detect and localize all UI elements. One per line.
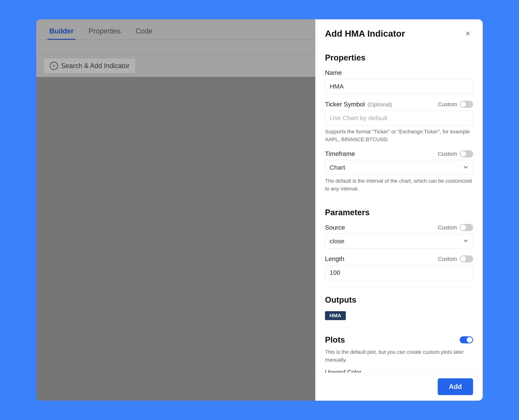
source-custom-label: Custom <box>438 224 457 231</box>
ticker-custom-toggle[interactable] <box>460 101 473 108</box>
name-field-group: Name <box>325 69 473 94</box>
name-input[interactable] <box>325 79 473 94</box>
source-custom-toggle[interactable] <box>460 224 473 231</box>
output-tag-hma: HMA <box>325 311 346 320</box>
upward-color-label: Upward Color <box>325 368 473 373</box>
outputs-section: Outputs HMA <box>325 295 473 320</box>
source-select[interactable]: close open high low hl2 hlc3 ohlc4 <box>325 234 473 248</box>
ticker-label-row: Ticker Symbol (Optional) Custom <box>325 101 473 108</box>
divider-1 <box>325 200 473 200</box>
add-button[interactable]: Add <box>438 378 473 395</box>
plots-hint: This is the default plot, but you can cr… <box>325 348 473 364</box>
source-label: Source <box>325 224 345 231</box>
length-label-row: Length Custom <box>325 255 473 262</box>
timeframe-label: Timeframe <box>325 150 355 157</box>
ticker-input[interactable] <box>325 111 473 126</box>
app-container: Builder Properties Code + + Search & Add… <box>36 19 483 401</box>
outputs-section-title: Outputs <box>325 295 473 305</box>
parameters-section-title: Parameters <box>325 208 473 217</box>
ticker-label: Ticker Symbol <box>325 101 365 108</box>
timeframe-custom-toggle-group: Custom <box>438 150 473 157</box>
ticker-custom-label: Custom <box>438 101 457 107</box>
length-label: Length <box>325 255 344 262</box>
properties-section: Properties Name Ticker Symbol <box>325 53 473 193</box>
length-input[interactable] <box>325 265 473 280</box>
length-field-group: Length Custom <box>325 255 473 280</box>
ticker-custom-toggle-group: Custom <box>438 101 473 108</box>
ticker-label-container: Ticker Symbol (Optional) <box>325 101 392 108</box>
name-label-row: Name <box>325 69 473 76</box>
plots-title-row: Plots <box>325 335 473 345</box>
timeframe-label-row: Timeframe Custom <box>325 150 473 157</box>
modal-panel: Add HMA Indicator × Properties Name <box>315 19 483 401</box>
length-custom-toggle-group: Custom <box>438 255 473 262</box>
name-label: Name <box>325 69 342 76</box>
source-custom-toggle-group: Custom <box>438 224 473 231</box>
modal-footer: Add <box>315 373 483 401</box>
ticker-symbol-field-group: Ticker Symbol (Optional) Custom Supports… <box>325 101 473 143</box>
outputs-tags-container: HMA <box>325 311 473 320</box>
length-custom-toggle[interactable] <box>460 255 473 262</box>
modal-header: Add HMA Indicator × <box>315 19 483 45</box>
timeframe-select[interactable]: Chart 1m 5m 15m 1H 4H 1D 1W <box>325 160 473 175</box>
plots-section-title: Plots <box>325 335 345 345</box>
modal-close-button[interactable]: × <box>463 28 473 39</box>
source-label-row: Source Custom <box>325 224 473 231</box>
plots-toggle[interactable] <box>460 336 473 343</box>
length-custom-label: Custom <box>438 256 457 262</box>
modal-body: Properties Name Ticker Symbol <box>315 45 483 373</box>
source-field-group: Source Custom close open high low hl2 <box>325 224 473 248</box>
timeframe-hint: The default is the interval of the chart… <box>325 177 473 193</box>
divider-3 <box>325 328 473 328</box>
modal-title: Add HMA Indicator <box>325 29 405 39</box>
timeframe-custom-label: Custom <box>438 151 457 157</box>
timeframe-field-group: Timeframe Custom Chart 1m 5m 15m 1H <box>325 150 473 193</box>
ticker-hint: Supports the format "Ticker" or "Exchang… <box>325 128 473 143</box>
properties-section-title: Properties <box>325 53 473 62</box>
modal-overlay: Add HMA Indicator × Properties Name <box>36 19 483 401</box>
ticker-optional-label: (Optional) <box>368 101 392 107</box>
timeframe-custom-toggle[interactable] <box>460 150 473 157</box>
parameters-section: Parameters Source Custom close op <box>325 208 473 280</box>
plots-section: Plots This is the default plot, but you … <box>325 335 473 373</box>
